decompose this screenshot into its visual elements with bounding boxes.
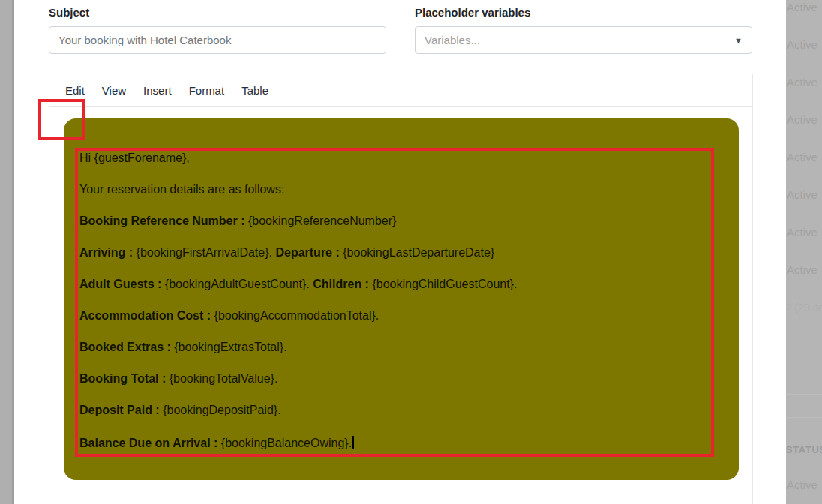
placeholder-variables-value: Variables... — [424, 34, 734, 46]
background-status-cell: Active — [787, 76, 822, 89]
template-paragraph: Your reservation details are as follows: — [80, 184, 708, 196]
template-paragraph: Deposit Paid : {bookingDepositPaid}. — [80, 404, 708, 416]
background-status-column-header: STATUS — [786, 444, 822, 455]
menu-format[interactable]: Format — [183, 81, 231, 100]
template-paragraph: Hi {guestForename}, — [80, 152, 708, 164]
subject-input[interactable] — [49, 26, 386, 54]
email-template-modal: Subject Placeholder variables Variables.… — [16, 0, 786, 504]
background-status-cell: Active — [787, 226, 822, 239]
menu-insert[interactable]: Insert — [137, 81, 178, 100]
editor-content-area[interactable]: Hi {guestForename},Your reservation deta… — [64, 118, 739, 480]
template-paragraph: Booking Reference Number : {bookingRefer… — [80, 215, 708, 227]
rich-text-editor: EditViewInsertFormatTable Hi {guestForen… — [49, 74, 753, 504]
background-status-cell: Active — [787, 188, 822, 202]
template-paragraph: Booked Extras : {bookingExtrasTotal}. — [80, 341, 708, 353]
background-status-cell: Active — [787, 263, 822, 277]
background-status-cell: Active — [787, 113, 822, 127]
template-paragraph: Adult Guests : {bookingAdultGuestCount}.… — [80, 278, 708, 290]
menu-edit[interactable]: Edit — [59, 81, 91, 100]
annotation-rect-large: Hi {guestForename},Your reservation deta… — [75, 148, 714, 457]
template-paragraph: Accommodation Cost : {bookingAccommodati… — [80, 310, 708, 322]
background-status-cell: Active — [787, 38, 822, 52]
placeholder-variables-select[interactable]: Variables... ▼ — [415, 26, 752, 54]
modal-backdrop-left[interactable] — [0, 0, 14, 504]
annotation-rect-small — [38, 99, 85, 140]
subject-label: Subject — [49, 6, 89, 19]
background-status-cell: Active — [787, 1, 822, 14]
editor-menubar: EditViewInsertFormatTable — [50, 74, 752, 106]
placeholder-variables-label: Placeholder variables — [415, 6, 530, 19]
background-status-cell: Active — [787, 151, 822, 164]
modal-backdrop-right[interactable]: ActiveActiveActiveActiveActiveActiveActi… — [786, 0, 822, 504]
menu-view[interactable]: View — [96, 81, 132, 100]
template-paragraph: Arriving : {bookingFirstArrivalDate}. De… — [80, 247, 708, 259]
template-paragraph: Balance Due on Arrival : {bookingBalance… — [80, 436, 708, 449]
background-status-cell: Active — [787, 478, 818, 491]
email-template-editor-screen: ActiveActiveActiveActiveActiveActiveActi… — [0, 0, 822, 504]
background-pager-text: 2 (20 ite — [786, 302, 822, 314]
chevron-down-icon: ▼ — [734, 36, 742, 45]
template-paragraph: Booking Total : {bookingTotalValue}. — [80, 373, 708, 385]
background-table-divider — [786, 394, 822, 394]
text-cursor — [352, 436, 354, 449]
background-table-divider — [786, 417, 822, 418]
menu-table[interactable]: Table — [236, 81, 274, 100]
